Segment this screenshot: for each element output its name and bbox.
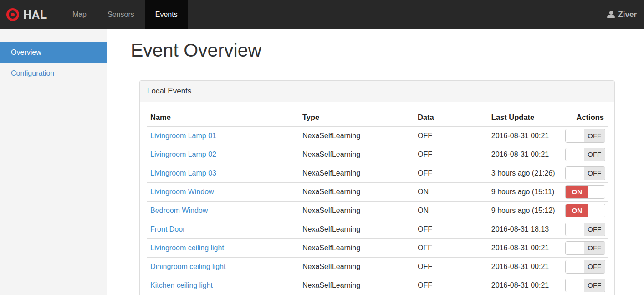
toggle-off-label: OFF — [584, 260, 605, 273]
device-data: OFF — [414, 145, 488, 164]
device-type: NexaSelfLearning — [299, 202, 414, 220]
toggle-handle — [566, 167, 584, 180]
events-table-body: Livingroom Lamp 01NexaSelfLearningOFF201… — [147, 126, 608, 295]
column-header-type: Type — [299, 109, 414, 126]
table-row: Livingroom ceiling lightNexaSelfLearning… — [147, 239, 608, 258]
device-toggle[interactable]: ONOFF — [565, 204, 605, 217]
device-data: ON — [414, 183, 488, 202]
bullseye-icon — [6, 8, 19, 21]
device-type: NexaSelfLearning — [299, 145, 414, 164]
toggle-off-label: OFF — [584, 167, 605, 180]
device-link[interactable]: Bedroom Window — [150, 207, 208, 214]
device-last-update: 2016-08-31 00:21 — [488, 276, 562, 295]
toggle-handle — [566, 279, 584, 292]
device-link[interactable]: Livingroom ceiling light — [150, 244, 224, 252]
device-toggle[interactable]: ONOFF — [565, 185, 605, 199]
device-toggle[interactable]: ONOFF — [565, 223, 605, 236]
device-data: OFF — [414, 164, 488, 183]
toggle-handle — [566, 223, 584, 236]
device-link[interactable]: Livingroom Lamp 01 — [150, 132, 216, 140]
device-data: OFF — [414, 126, 488, 145]
device-type: NexaSelfLearning — [299, 164, 414, 183]
table-row: Livingroom Lamp 02NexaSelfLearningOFF201… — [147, 145, 608, 164]
device-data: OFF — [414, 239, 488, 258]
toggle-off-label: OFF — [584, 223, 605, 236]
table-row: Bedroom WindowNexaSelfLearningON9 hours … — [147, 202, 608, 220]
device-last-update: 2016-08-31 00:21 — [488, 126, 562, 145]
column-header-data: Data — [414, 109, 488, 126]
nav-item-map[interactable]: Map — [62, 0, 97, 29]
brand[interactable]: HAL — [0, 0, 55, 29]
table-row: Kitchen ceiling lightNexaSelfLearningOFF… — [147, 276, 608, 295]
column-header-last-update: Last Update — [488, 109, 562, 126]
toggle-off-label: OFF — [584, 148, 605, 161]
device-last-update: 2016-08-31 00:21 — [488, 145, 562, 164]
device-type: NexaSelfLearning — [299, 276, 414, 295]
toggle-off-label: OFF — [584, 242, 605, 254]
device-type: NexaSelfLearning — [299, 183, 414, 202]
toggle-on-label: ON — [566, 186, 588, 198]
sidebar: OverviewConfiguration — [0, 29, 107, 295]
device-last-update: 2016-08-31 00:21 — [488, 258, 562, 276]
device-type: NexaSelfLearning — [299, 258, 414, 276]
device-type: NexaSelfLearning — [299, 126, 414, 145]
toggle-off-label: OFF — [584, 129, 605, 142]
device-last-update: 2016-08-31 18:13 — [488, 220, 562, 239]
user-menu[interactable]: Ziver — [600, 0, 644, 29]
device-last-update: 9 hours ago (15:12) — [488, 202, 562, 220]
toggle-handle — [588, 186, 605, 198]
nav-item-events[interactable]: Events — [145, 0, 188, 29]
table-row: Diningroom ceiling lightNexaSelfLearning… — [147, 258, 608, 276]
sidebar-item-configuration[interactable]: Configuration — [0, 63, 107, 84]
nav-item-sensors[interactable]: Sensors — [97, 0, 145, 29]
column-header-name: Name — [147, 109, 299, 126]
device-link[interactable]: Kitchen ceiling light — [150, 281, 213, 289]
device-link[interactable]: Front Door — [150, 225, 185, 233]
device-toggle[interactable]: ONOFF — [565, 129, 605, 143]
column-header-actions: Actions — [562, 109, 608, 126]
table-row: Front DoorNexaSelfLearningOFF2016-08-31 … — [147, 220, 608, 239]
device-toggle[interactable]: ONOFF — [565, 241, 605, 255]
toggle-on-label: ON — [566, 204, 588, 217]
sidebar-list: OverviewConfiguration — [0, 42, 107, 84]
navbar-menu: MapSensorsEvents — [62, 0, 188, 29]
device-last-update: 3 hours ago (21:26) — [488, 164, 562, 183]
toggle-handle — [588, 204, 605, 217]
device-toggle[interactable]: ONOFF — [565, 260, 605, 274]
user-name: Ziver — [618, 10, 637, 19]
device-link[interactable]: Livingroom Window — [150, 188, 214, 196]
table-row: Livingroom Lamp 01NexaSelfLearningOFF201… — [147, 126, 608, 145]
table-row: Livingroom Lamp 03NexaSelfLearningOFF3 h… — [147, 164, 608, 183]
device-toggle[interactable]: ONOFF — [565, 166, 605, 180]
device-last-update: 2016-08-31 00:21 — [488, 239, 562, 258]
local-events-panel: Local Events Name Type Data Last Update … — [139, 80, 615, 295]
device-data: OFF — [414, 220, 488, 239]
person-icon — [607, 11, 615, 18]
device-link[interactable]: Diningroom ceiling light — [150, 263, 225, 270]
page-title: Event Overview — [131, 40, 616, 67]
device-type: NexaSelfLearning — [299, 220, 414, 239]
brand-label: HAL — [23, 8, 47, 21]
device-data: OFF — [414, 276, 488, 295]
device-link[interactable]: Livingroom Lamp 02 — [150, 150, 216, 158]
device-type: NexaSelfLearning — [299, 239, 414, 258]
toggle-off-label: OFF — [584, 279, 605, 292]
top-navbar: HAL MapSensorsEvents Ziver — [0, 0, 644, 29]
toggle-handle — [566, 129, 584, 142]
device-toggle[interactable]: ONOFF — [565, 148, 605, 161]
toggle-handle — [566, 242, 584, 254]
table-row: Livingroom WindowNexaSelfLearningON9 hou… — [147, 183, 608, 202]
panel-title: Local Events — [140, 81, 614, 102]
device-last-update: 9 hours ago (15:11) — [488, 183, 562, 202]
main-content: Event Overview Local Events Name Type Da… — [107, 29, 644, 295]
device-toggle[interactable]: ONOFF — [565, 279, 605, 292]
device-data: OFF — [414, 258, 488, 276]
device-data: ON — [414, 202, 488, 220]
toggle-handle — [566, 148, 584, 161]
device-link[interactable]: Livingroom Lamp 03 — [150, 169, 216, 177]
toggle-handle — [566, 260, 584, 273]
sidebar-item-overview[interactable]: Overview — [0, 42, 107, 63]
panel-body: Name Type Data Last Update Actions Livin… — [140, 102, 614, 295]
events-table: Name Type Data Last Update Actions Livin… — [147, 109, 608, 295]
table-header-row: Name Type Data Last Update Actions — [147, 109, 608, 126]
